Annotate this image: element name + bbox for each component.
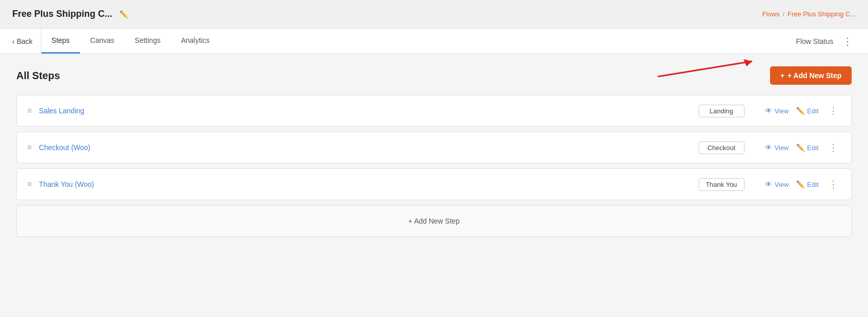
- step-row-checkout: ≡ Checkout (Woo) Checkout 👁 View ✏️ Edit…: [16, 132, 852, 163]
- add-new-step-button-top[interactable]: + + Add New Step: [770, 66, 852, 85]
- pencil-icon: ✏️: [796, 180, 805, 188]
- steps-header: All Steps + + Add New Step: [16, 66, 852, 85]
- view-label: View: [775, 107, 789, 115]
- step-actions-checkout: 👁 View ✏️ Edit ⋮: [765, 141, 841, 154]
- more-button-sales-landing[interactable]: ⋮: [826, 104, 841, 117]
- tab-canvas[interactable]: Canvas: [80, 29, 125, 54]
- back-label: Back: [17, 37, 33, 45]
- flow-status-label: Flow Status: [796, 37, 833, 45]
- breadcrumb-flows[interactable]: Flows: [762, 10, 780, 18]
- step-badge-landing: Landing: [699, 105, 745, 117]
- nav-tabs: ‹ Back Steps Canvas Settings Analytics: [12, 29, 220, 54]
- drag-handle-icon[interactable]: ≡: [27, 143, 32, 152]
- step-row-sales-landing: ≡ Sales Landing Landing 👁 View ✏️ Edit ⋮: [16, 95, 852, 127]
- eye-icon: 👁: [765, 143, 772, 152]
- edit-label: Edit: [807, 144, 819, 152]
- tab-steps[interactable]: Steps: [41, 29, 80, 54]
- drag-handle-icon[interactable]: ≡: [27, 180, 32, 189]
- edit-title-button[interactable]: ✏️: [117, 8, 130, 20]
- more-button-thankyou[interactable]: ⋮: [826, 178, 841, 191]
- view-label: View: [775, 181, 789, 188]
- edit-button-checkout[interactable]: ✏️ Edit: [796, 143, 819, 152]
- breadcrumb: Flows / Free Plus Shipping C...: [762, 10, 856, 18]
- step-actions-thankyou: 👁 View ✏️ Edit ⋮: [765, 178, 841, 191]
- drag-handle-icon[interactable]: ≡: [27, 106, 32, 115]
- edit-label: Edit: [807, 181, 819, 188]
- view-button-checkout[interactable]: 👁 View: [765, 143, 789, 152]
- nav-right: Flow Status ⋮: [796, 34, 856, 48]
- pencil-icon: ✏️: [796, 143, 805, 152]
- plus-icon: +: [780, 71, 784, 80]
- nav-bar: ‹ Back Steps Canvas Settings Analytics F…: [0, 29, 868, 54]
- nav-more-button[interactable]: ⋮: [839, 34, 856, 48]
- svg-marker-1: [743, 59, 752, 66]
- page-title: Free Plus Shipping C...: [12, 9, 112, 19]
- svg-line-0: [658, 61, 752, 77]
- eye-icon: 👁: [765, 180, 772, 188]
- top-header: Free Plus Shipping C... ✏️ Flows / Free …: [0, 0, 868, 29]
- tab-settings[interactable]: Settings: [125, 29, 171, 54]
- all-steps-title: All Steps: [16, 70, 60, 82]
- more-button-checkout[interactable]: ⋮: [826, 141, 841, 154]
- back-button[interactable]: ‹ Back: [12, 29, 41, 54]
- step-actions-sales-landing: 👁 View ✏️ Edit ⋮: [765, 104, 841, 117]
- back-arrow-icon: ‹: [12, 37, 15, 45]
- pencil-icon: ✏️: [796, 107, 805, 115]
- tab-analytics[interactable]: Analytics: [171, 29, 220, 54]
- step-name-checkout[interactable]: Checkout (Woo): [39, 143, 698, 152]
- eye-icon: 👁: [765, 107, 772, 115]
- step-row-thankyou: ≡ Thank You (Woo) Thank You 👁 View ✏️ Ed…: [16, 168, 852, 200]
- view-label: View: [775, 144, 789, 152]
- arrow-area: + + Add New Step: [60, 66, 852, 85]
- step-badge-checkout: Checkout: [699, 141, 745, 154]
- view-button-sales-landing[interactable]: 👁 View: [765, 107, 789, 115]
- step-name-sales-landing[interactable]: Sales Landing: [39, 107, 698, 115]
- step-name-thankyou[interactable]: Thank You (Woo): [39, 180, 698, 188]
- edit-label: Edit: [807, 107, 819, 115]
- edit-button-thankyou[interactable]: ✏️ Edit: [796, 180, 819, 188]
- edit-button-sales-landing[interactable]: ✏️ Edit: [796, 107, 819, 115]
- red-arrow-annotation: [653, 51, 765, 82]
- view-button-thankyou[interactable]: 👁 View: [765, 180, 789, 188]
- main-content: All Steps + + Add New Step ≡ Sales Landi…: [0, 54, 868, 317]
- step-badge-thankyou: Thank You: [699, 178, 745, 191]
- header-left: Free Plus Shipping C... ✏️: [12, 8, 130, 20]
- add-new-step-bottom[interactable]: + Add New Step: [16, 205, 852, 237]
- breadcrumb-current: Free Plus Shipping C...: [787, 10, 856, 18]
- add-new-step-bottom-label: + Add New Step: [408, 217, 460, 225]
- breadcrumb-separator: /: [783, 10, 785, 18]
- add-new-step-label: + Add New Step: [787, 71, 841, 80]
